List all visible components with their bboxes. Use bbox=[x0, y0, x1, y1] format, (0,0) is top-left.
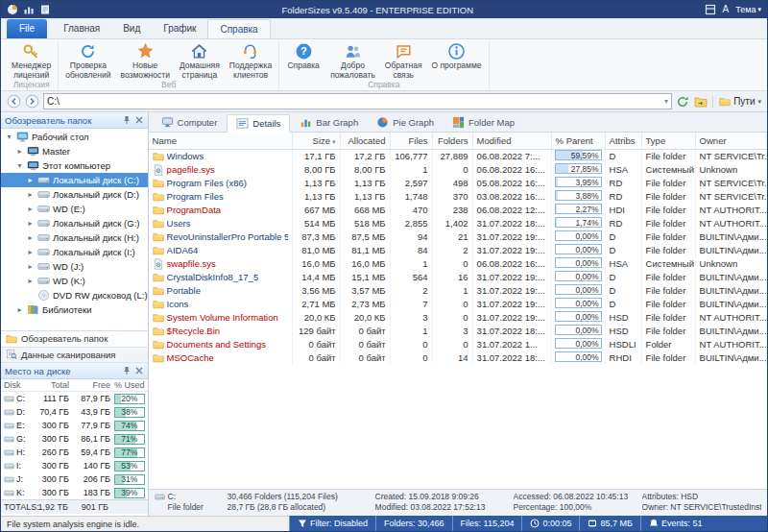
ribbon-button[interactable]: Обратная связь bbox=[380, 40, 427, 80]
tree-item[interactable]: ▸WD (J:) bbox=[1, 259, 148, 274]
ribbon-button[interactable]: Новые возможности bbox=[115, 40, 174, 80]
status-segment[interactable]: Files: 115,204 bbox=[452, 516, 522, 531]
column-header[interactable]: Type bbox=[642, 133, 696, 149]
table-row[interactable]: ProgramData667 МБ668 МБ47023806.08.2022 … bbox=[149, 204, 767, 217]
column-header[interactable]: Folders bbox=[433, 133, 473, 149]
paths-dropdown[interactable]: Пути bbox=[712, 96, 761, 108]
expander-icon[interactable]: ▸ bbox=[26, 262, 35, 271]
view-tab-bar-graph[interactable]: Bar Graph bbox=[291, 113, 367, 132]
expander-icon[interactable]: ▸ bbox=[26, 205, 35, 213]
app-icon[interactable] bbox=[7, 4, 18, 15]
view-tab-pie-graph[interactable]: Pie Graph bbox=[368, 113, 443, 132]
view-tab-computer[interactable]: Computer bbox=[153, 113, 227, 132]
refresh-icon[interactable] bbox=[676, 95, 689, 109]
status-segment[interactable]: 85,7 МБ bbox=[579, 516, 639, 531]
theme-dropdown[interactable]: Тема bbox=[735, 5, 761, 14]
disk-column-header[interactable]: Total bbox=[34, 380, 72, 390]
panel-tab[interactable]: Обозреватель папок bbox=[1, 331, 148, 348]
tree-item[interactable]: ▸WD (E:) bbox=[1, 202, 148, 216]
font-icon[interactable]: A bbox=[723, 4, 730, 15]
pin-icon[interactable] bbox=[122, 115, 132, 125]
disk-column-header[interactable]: Free bbox=[73, 380, 113, 390]
quickaccess-chart-icon[interactable] bbox=[23, 4, 35, 15]
disk-row[interactable]: E:300 ГБ77,9 ГБ74% bbox=[1, 419, 148, 432]
expander-icon[interactable]: ▸ bbox=[26, 190, 35, 199]
table-row[interactable]: $Recycle.Bin129 байт0 байт1331.07.2022 1… bbox=[149, 325, 767, 338]
status-segment[interactable]: Filter: Disabled bbox=[289, 516, 375, 531]
ribbon-tab[interactable]: Главная bbox=[52, 19, 111, 38]
expander-icon[interactable]: ▸ bbox=[15, 305, 24, 314]
path-chevron-down-icon[interactable]: ▾ bbox=[664, 97, 668, 106]
column-header[interactable]: Owner bbox=[696, 133, 767, 149]
table-row[interactable]: Documents and Settings0 байт0 байт0031.0… bbox=[149, 338, 767, 351]
disk-row[interactable]: D:70,4 ГБ43,9 ГБ38% bbox=[1, 405, 148, 419]
disk-row[interactable]: G:300 ГБ86,1 ГБ71% bbox=[1, 432, 148, 446]
table-row[interactable]: AIDA6481,0 МБ81,1 МБ84231.07.2022 19:...… bbox=[149, 244, 767, 257]
table-row[interactable]: System Volume Information20,0 КБ20,0 КБ3… bbox=[149, 311, 767, 325]
column-header[interactable]: Files bbox=[391, 133, 433, 149]
tree-item[interactable]: ▾Этот компьютер bbox=[1, 158, 148, 173]
expander-icon[interactable]: ▸ bbox=[26, 219, 35, 228]
folder-sync-icon[interactable] bbox=[694, 95, 708, 109]
ribbon-button[interactable]: О программе bbox=[427, 40, 487, 71]
table-row[interactable]: Windows17,1 ГБ17,2 ГБ106,77727,88906.08.… bbox=[149, 150, 767, 163]
table-row[interactable]: Users514 МБ518 МБ2,8551,40231.07.2022 18… bbox=[149, 217, 767, 230]
tree-item[interactable]: DVD RW дисковод (L:) bbox=[1, 288, 148, 302]
tree-item[interactable]: ▸Локальный диск (H:) bbox=[1, 230, 148, 245]
status-segment[interactable]: 0:00:05 bbox=[521, 516, 579, 531]
tree-item[interactable]: ▸Локальный диск (D:) bbox=[1, 187, 148, 202]
tree-item[interactable]: ▸Локальный диск (I:) bbox=[1, 245, 148, 259]
tree-item[interactable]: ▸Локальный диск (G:) bbox=[1, 216, 148, 230]
tree-item[interactable]: ▾Рабочий стол bbox=[1, 130, 148, 144]
ribbon-button[interactable]: Проверка обновлений bbox=[60, 40, 115, 80]
expander-icon[interactable]: ▸ bbox=[15, 147, 24, 156]
quickaccess-report-icon[interactable] bbox=[39, 4, 51, 15]
ribbon-button[interactable]: Домашняя страница bbox=[175, 40, 225, 80]
expander-icon[interactable]: ▸ bbox=[26, 248, 35, 256]
disk-row[interactable]: H:260 ГБ59,4 ГБ77% bbox=[1, 446, 148, 459]
ribbon-button[interactable]: Менеджер лицензий bbox=[7, 40, 56, 80]
tree-item[interactable]: ▸WD (K:) bbox=[1, 274, 148, 288]
table-row[interactable]: Program Files1,13 ГБ1,13 ГБ1,74837003.08… bbox=[149, 190, 767, 204]
disk-row[interactable]: I:300 ГБ140 ГБ53% bbox=[1, 459, 148, 472]
table-row[interactable]: Portable3,56 МБ3,57 МБ2131.07.2022 19:..… bbox=[149, 284, 767, 298]
table-row[interactable]: Program Files (x86)1,13 ГБ1,13 ГБ2,59749… bbox=[149, 177, 767, 190]
layout-icon[interactable] bbox=[705, 4, 716, 15]
status-segment[interactable]: Events: 51 bbox=[640, 516, 710, 531]
ribbon-button[interactable]: Добро пожаловать bbox=[325, 40, 380, 80]
back-icon[interactable] bbox=[7, 94, 21, 109]
ribbon-tab[interactable]: График bbox=[152, 19, 207, 38]
file-tab[interactable]: File bbox=[7, 19, 47, 38]
expander-icon[interactable]: ▸ bbox=[26, 233, 35, 242]
status-segment[interactable]: Folders: 30,466 bbox=[375, 516, 452, 531]
view-tab-folder-map[interactable]: Folder Map bbox=[444, 113, 523, 132]
ribbon-button[interactable]: ?Справка bbox=[281, 40, 325, 71]
disk-row[interactable]: C:111 ГБ87,9 ГБ20% bbox=[1, 392, 148, 405]
table-row[interactable]: pagefile.sys8,00 ГБ8,00 ГБ1006.08.2022 1… bbox=[149, 163, 767, 177]
expander-icon[interactable]: ▸ bbox=[26, 277, 35, 285]
tree-item[interactable]: ▸Библиотеки bbox=[1, 302, 148, 316]
column-header[interactable]: % Parent bbox=[552, 133, 606, 149]
expander-icon[interactable]: ▾ bbox=[5, 133, 13, 141]
close-icon[interactable] bbox=[134, 115, 144, 125]
table-row[interactable]: MSOCache0 байт0 байт01431.07.2022 18:...… bbox=[149, 351, 767, 365]
table-row[interactable]: RevoUninstallerPro Portable 5.0.587,3 МБ… bbox=[149, 230, 767, 244]
disk-column-header[interactable]: % Used bbox=[114, 380, 145, 390]
ribbon-tab[interactable]: Вид bbox=[111, 19, 152, 38]
column-header[interactable]: Name bbox=[149, 133, 293, 149]
expander-icon[interactable]: ▸ bbox=[26, 176, 35, 184]
disk-column-header[interactable]: Disk bbox=[4, 380, 33, 390]
disk-row[interactable]: J:300 ГБ206 ГБ31% bbox=[1, 472, 148, 486]
forward-icon[interactable] bbox=[25, 94, 39, 109]
pin-icon[interactable] bbox=[122, 366, 132, 375]
column-header[interactable]: Allocated bbox=[341, 133, 391, 149]
tree-item[interactable]: ▸Локальный диск (C:) bbox=[1, 173, 148, 187]
tree-item[interactable]: ▸Master bbox=[1, 144, 148, 158]
view-tab-details[interactable]: Details bbox=[227, 114, 290, 133]
disk-row[interactable]: K:300 ГБ183 ГБ39% bbox=[1, 486, 148, 499]
close-icon[interactable] bbox=[134, 366, 144, 375]
table-row[interactable]: Icons2,71 МБ2,73 МБ7031.07.2022 19:...0,… bbox=[149, 298, 767, 311]
path-input[interactable] bbox=[47, 96, 664, 107]
table-row[interactable]: CrystalDiskInfo8_17_514,4 МБ15,1 МБ56416… bbox=[149, 271, 767, 284]
column-header[interactable]: Modified bbox=[473, 133, 552, 149]
